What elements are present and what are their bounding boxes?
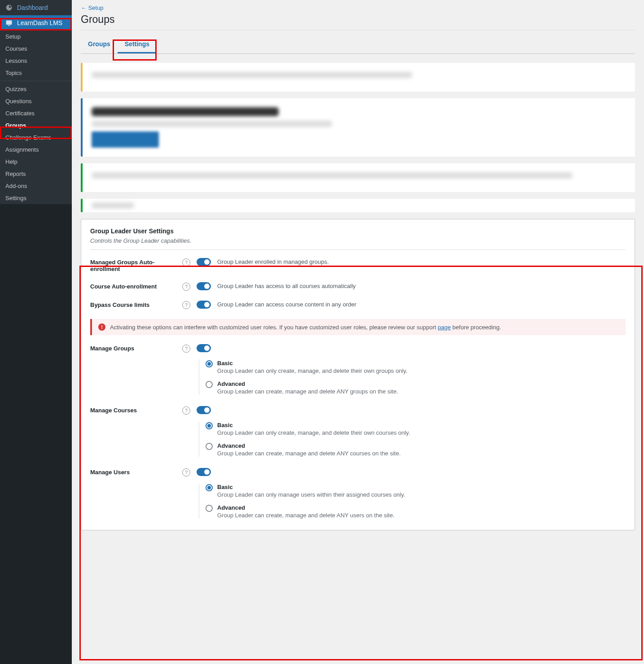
desc-managed-groups-autoenroll: Group Leader enrolled in managed groups. <box>217 258 329 265</box>
sidebar-item-courses[interactable]: Courses <box>0 43 72 55</box>
sidebar-item-help[interactable]: Help <box>0 156 72 168</box>
help-icon[interactable]: ? <box>182 301 190 309</box>
sidebar-item-addons[interactable]: Add-ons <box>0 180 72 192</box>
sidebar-learndash[interactable]: LearnDash LMS <box>0 15 72 31</box>
svg-rect-0 <box>6 20 12 25</box>
label-course-autoenroll: Course Auto-enrollment <box>90 282 182 290</box>
option-title: Basic <box>217 360 407 367</box>
option-title: Advanced <box>217 442 401 449</box>
sidebar-item-settings[interactable]: Settings <box>0 192 72 204</box>
help-icon[interactable]: ? <box>182 468 190 476</box>
radio-manage-users-advanced[interactable] <box>206 505 213 512</box>
panel-description: Controls the Group Leader capabilities. <box>90 237 626 250</box>
sidebar-item-groups[interactable]: Groups <box>0 119 72 131</box>
page-title: Groups <box>81 13 635 31</box>
option-desc: Group Leader can create, manage and dele… <box>217 512 394 519</box>
svg-rect-1 <box>8 25 10 26</box>
label-manage-users: Manage Users <box>90 468 182 476</box>
radio-manage-groups-advanced[interactable] <box>206 381 213 388</box>
option-title: Advanced <box>217 504 394 511</box>
sidebar-item-challenge-exams[interactable]: Challenge Exams <box>0 131 72 144</box>
sidebar-learndash-label: LearnDash LMS <box>17 19 62 26</box>
toggle-course-autoenroll[interactable] <box>197 282 211 290</box>
admin-sidebar: Dashboard LearnDash LMS Setup Courses Le… <box>0 0 72 664</box>
option-desc: Group Leader can only create, manage, an… <box>217 367 407 374</box>
sidebar-item-assignments[interactable]: Assignments <box>0 144 72 156</box>
tabs: Groups Settings <box>81 36 635 54</box>
warning-notice: ! Activating these options can interfere… <box>90 319 626 335</box>
help-icon[interactable]: ? <box>182 283 190 291</box>
sidebar-item-setup[interactable]: Setup <box>0 31 72 43</box>
alert-icon: ! <box>98 323 105 331</box>
notice-box-3 <box>81 163 635 192</box>
label-bypass-course-limits: Bypass Course limits <box>90 301 182 308</box>
radio-manage-users-basic[interactable] <box>206 484 213 491</box>
label-manage-courses: Manage Courses <box>90 406 182 414</box>
sidebar-submenu: Setup Courses Lessons Topics Quizzes Que… <box>0 31 72 204</box>
warning-support-link[interactable]: page <box>438 324 451 331</box>
option-desc: Group Leader can only manage users withi… <box>217 491 405 498</box>
learndash-icon <box>4 18 13 27</box>
option-title: Basic <box>217 484 405 490</box>
sidebar-dashboard-label: Dashboard <box>17 4 48 11</box>
warning-text-post: before proceeding. <box>451 324 501 331</box>
warning-text-pre: Activating these options can interfere w… <box>110 324 438 331</box>
notice-box-4 <box>81 199 635 212</box>
sidebar-dashboard[interactable]: Dashboard <box>0 0 72 15</box>
sidebar-item-questions[interactable]: Questions <box>0 95 72 107</box>
help-icon[interactable]: ? <box>182 345 190 353</box>
tab-settings[interactable]: Settings <box>118 36 157 53</box>
help-icon[interactable]: ? <box>182 258 190 266</box>
radio-manage-groups-basic[interactable] <box>206 360 213 367</box>
option-title: Advanced <box>217 380 398 387</box>
label-managed-groups-autoenroll: Managed Groups Auto-enrollment <box>90 258 182 272</box>
help-icon[interactable]: ? <box>182 406 190 415</box>
sidebar-item-certificates[interactable]: Certificates <box>0 107 72 119</box>
label-manage-groups: Manage Groups <box>90 344 182 352</box>
sidebar-item-reports[interactable]: Reports <box>0 168 72 180</box>
toggle-manage-courses[interactable] <box>197 406 211 414</box>
option-desc: Group Leader can only create, manage, an… <box>217 429 410 436</box>
notice-box-2 <box>81 98 635 157</box>
toggle-bypass-course-limits[interactable] <box>197 301 211 309</box>
option-desc: Group Leader can create, manage and dele… <box>217 450 401 457</box>
back-to-setup-link[interactable]: Setup <box>81 4 104 11</box>
group-leader-settings-panel: Group Leader User Settings Controls the … <box>81 219 635 530</box>
toggle-manage-groups[interactable] <box>197 344 211 352</box>
notice-box-1 <box>81 63 635 92</box>
option-title: Basic <box>217 422 410 428</box>
option-desc: Group Leader can create, manage and dele… <box>217 388 398 395</box>
sidebar-item-quizzes[interactable]: Quizzes <box>0 83 72 95</box>
radio-manage-courses-basic[interactable] <box>206 422 213 429</box>
radio-manage-courses-advanced[interactable] <box>206 443 213 450</box>
toggle-manage-users[interactable] <box>197 468 211 476</box>
sidebar-item-topics[interactable]: Topics <box>0 67 72 79</box>
desc-course-autoenroll: Group Leader has access to all courses a… <box>217 282 356 289</box>
main-content: Setup Groups Groups Settings Group Leade… <box>72 0 644 664</box>
panel-title: Group Leader User Settings <box>90 227 626 235</box>
desc-bypass-course-limits: Group Leader can access course content i… <box>217 301 356 308</box>
tab-groups[interactable]: Groups <box>81 36 118 53</box>
sidebar-item-lessons[interactable]: Lessons <box>0 55 72 67</box>
toggle-managed-groups-autoenroll[interactable] <box>197 258 211 266</box>
dashboard-icon <box>4 3 13 12</box>
